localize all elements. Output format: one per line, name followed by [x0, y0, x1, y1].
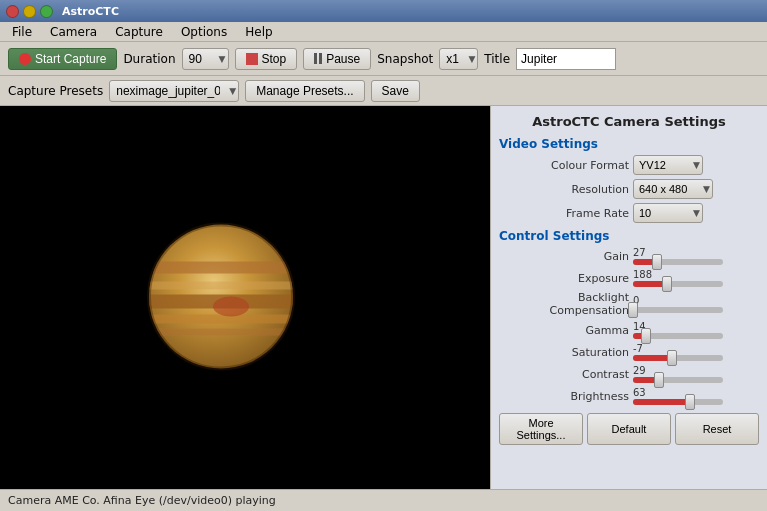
status-bar: Camera AME Co. Afina Eye (/dev/video0) p… — [0, 489, 767, 511]
frame-rate-row: Frame Rate 10 15 20 25 30 ▼ — [499, 203, 759, 223]
minimize-button[interactable] — [23, 5, 36, 18]
svg-rect-2 — [149, 261, 293, 273]
brightness-slider-container: 63 — [633, 387, 759, 405]
presets-bar: Capture Presets neximage_jupiter_01 ▼ Ma… — [0, 76, 767, 106]
title-input[interactable] — [516, 48, 616, 70]
stop-button[interactable]: Stop — [235, 48, 298, 70]
jupiter-svg — [131, 206, 311, 386]
preset-select[interactable]: neximage_jupiter_01 — [109, 80, 239, 102]
menu-help[interactable]: Help — [237, 23, 280, 41]
menu-capture[interactable]: Capture — [107, 23, 171, 41]
backlight-row: Backlight Compensation 0 — [499, 291, 759, 317]
contrast-value: 29 — [633, 365, 646, 376]
resolution-label: Resolution — [499, 183, 629, 196]
pause-label: Pause — [326, 52, 360, 66]
contrast-thumb[interactable] — [654, 372, 664, 388]
contrast-row: Contrast 29 — [499, 365, 759, 383]
brightness-value: 63 — [633, 387, 646, 398]
save-button[interactable]: Save — [371, 80, 420, 102]
resolution-row: Resolution 640 x 480 320 x 240 1280 x 72… — [499, 179, 759, 199]
pause-icon — [314, 53, 322, 64]
menu-camera[interactable]: Camera — [42, 23, 105, 41]
gain-row: Gain 27 — [499, 247, 759, 265]
record-icon — [19, 53, 31, 65]
brightness-row: Brightness 63 — [499, 387, 759, 405]
reset-button[interactable]: Reset — [675, 413, 759, 445]
gamma-label: Gamma — [499, 324, 629, 337]
brightness-fill — [633, 399, 690, 405]
backlight-track — [633, 307, 723, 313]
frame-rate-select[interactable]: 10 15 20 25 30 — [633, 203, 703, 223]
gain-value: 27 — [633, 247, 646, 258]
saturation-slider-container: -7 — [633, 343, 759, 361]
start-capture-button[interactable]: Start Capture — [8, 48, 117, 70]
gamma-track — [633, 333, 723, 339]
backlight-slider-container: 0 — [633, 295, 759, 313]
duration-select-wrap: 90 60 120 ▼ — [182, 48, 229, 70]
pause-button[interactable]: Pause — [303, 48, 371, 70]
backlight-thumb[interactable] — [628, 302, 638, 318]
gain-track — [633, 259, 723, 265]
presets-label: Capture Presets — [8, 84, 103, 98]
settings-panel: AstroCTC Camera Settings Video Settings … — [490, 106, 767, 489]
resolution-select-wrap: 640 x 480 320 x 240 1280 x 720 ▼ — [633, 179, 713, 199]
preset-select-wrap: neximage_jupiter_01 ▼ — [109, 80, 239, 102]
svg-rect-5 — [149, 314, 293, 323]
brightness-track — [633, 399, 723, 405]
svg-point-7 — [213, 296, 249, 316]
stop-icon — [246, 53, 258, 65]
duration-select[interactable]: 90 60 120 — [182, 48, 229, 70]
title-bar: AstroCTC — [0, 0, 767, 22]
snapshot-label: Snapshot — [377, 52, 433, 66]
saturation-thumb[interactable] — [667, 350, 677, 366]
camera-view — [0, 106, 490, 489]
exposure-thumb[interactable] — [662, 276, 672, 292]
menu-bar: File Camera Capture Options Help — [0, 22, 767, 42]
saturation-track — [633, 355, 723, 361]
colour-format-label: Colour Format — [499, 159, 629, 172]
contrast-label: Contrast — [499, 368, 629, 381]
start-capture-label: Start Capture — [35, 52, 106, 66]
more-settings-button[interactable]: More Settings... — [499, 413, 583, 445]
brightness-label: Brightness — [499, 390, 629, 403]
brightness-thumb[interactable] — [685, 394, 695, 410]
gain-thumb[interactable] — [652, 254, 662, 270]
exposure-label: Exposure — [499, 272, 629, 285]
snapshot-x-wrap: x1 x2 x4 ▼ — [439, 48, 478, 70]
default-button[interactable]: Default — [587, 413, 671, 445]
manage-presets-button[interactable]: Manage Presets... — [245, 80, 364, 102]
video-settings-header: Video Settings — [499, 137, 759, 151]
settings-title: AstroCTC Camera Settings — [499, 114, 759, 129]
gamma-slider-container: 14 — [633, 321, 759, 339]
svg-rect-3 — [149, 281, 293, 289]
exposure-track — [633, 281, 723, 287]
window-title: AstroCTC — [62, 5, 119, 18]
backlight-label: Backlight Compensation — [499, 291, 629, 317]
svg-rect-6 — [149, 328, 293, 335]
main-area: AstroCTC Camera Settings Video Settings … — [0, 106, 767, 489]
stop-label: Stop — [262, 52, 287, 66]
frame-rate-select-wrap: 10 15 20 25 30 ▼ — [633, 203, 703, 223]
control-settings-header: Control Settings — [499, 229, 759, 243]
colour-format-select[interactable]: YV12 YUYV MJPG — [633, 155, 703, 175]
duration-label: Duration — [123, 52, 175, 66]
saturation-label: Saturation — [499, 346, 629, 359]
toolbar: Start Capture Duration 90 60 120 ▼ Stop … — [0, 42, 767, 76]
gain-label: Gain — [499, 250, 629, 263]
saturation-value: -7 — [633, 343, 643, 354]
gamma-thumb[interactable] — [641, 328, 651, 344]
menu-options[interactable]: Options — [173, 23, 235, 41]
window-controls — [6, 5, 53, 18]
contrast-track — [633, 377, 723, 383]
title-label: Title — [484, 52, 510, 66]
exposure-row: Exposure 188 — [499, 269, 759, 287]
snapshot-x-select[interactable]: x1 x2 x4 — [439, 48, 478, 70]
colour-format-select-wrap: YV12 YUYV MJPG ▼ — [633, 155, 703, 175]
gamma-row: Gamma 14 — [499, 321, 759, 339]
bottom-buttons: More Settings... Default Reset — [499, 413, 759, 445]
contrast-slider-container: 29 — [633, 365, 759, 383]
maximize-button[interactable] — [40, 5, 53, 18]
menu-file[interactable]: File — [4, 23, 40, 41]
close-button[interactable] — [6, 5, 19, 18]
resolution-select[interactable]: 640 x 480 320 x 240 1280 x 720 — [633, 179, 713, 199]
